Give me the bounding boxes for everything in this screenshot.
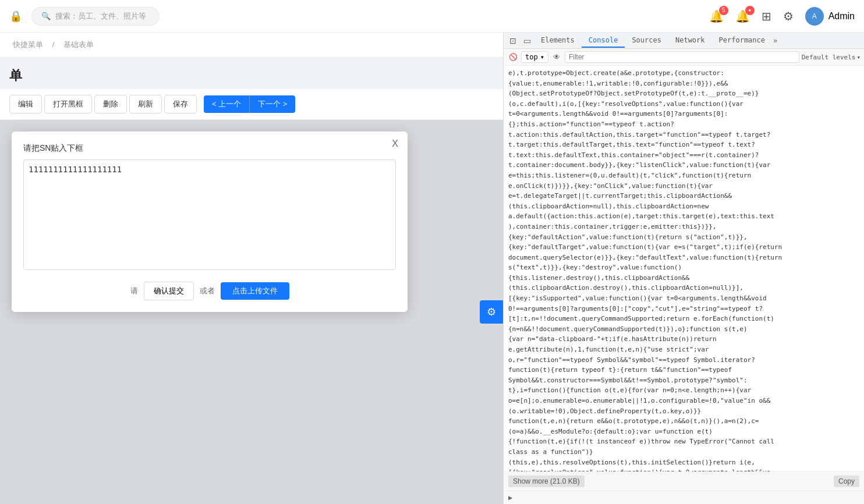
top-nav: 🔒 🔍 搜索：员工、文件、照片等 🔔 5 🔔 ● ⊞ ⚙ A Admin (0, 0, 864, 33)
nav-icons: 🔔 5 🔔 ● ⊞ ⚙ A Admin (709, 7, 855, 26)
copy-button[interactable]: Copy (834, 475, 859, 487)
devtools-panel: ⊡ ▭ Elements Console Sources Network Per… (503, 33, 864, 504)
devtools-inspect-icon[interactable]: ⊡ (506, 34, 520, 48)
devtools-arrow[interactable]: ▶ (504, 491, 864, 504)
search-icon: 🔍 (41, 12, 51, 20)
show-more-button[interactable]: Show more (21.0 KB) (508, 475, 585, 487)
notification-badge: 5 (719, 6, 728, 15)
modal-close-button[interactable]: X (392, 139, 398, 149)
grid-icon[interactable]: ⊞ (762, 9, 771, 23)
search-placeholder: 搜索：员工、文件、照片等 (55, 11, 146, 22)
open-blackbox-button[interactable]: 打开黑框 (44, 95, 92, 113)
modal-overlay: X 请把SN贴入下框 请 确认提交 或者 点击上传文件 (0, 120, 503, 504)
main-layout: 快捷菜单 / 基础表单 单 编辑 打开黑框 删除 刷新 保存 < 上一个 下一个… (0, 33, 864, 504)
alert-badge: ● (745, 6, 755, 15)
breadcrumb-item-1[interactable]: 快捷菜单 (13, 40, 43, 49)
left-content: 快捷菜单 / 基础表单 单 编辑 打开黑框 删除 刷新 保存 < 上一个 下一个… (0, 33, 503, 504)
breadcrumb-separator: / (52, 40, 55, 49)
search-bar[interactable]: 🔍 搜索：员工、文件、照片等 (31, 7, 160, 26)
notification-bell-icon[interactable]: 🔔 5 (709, 9, 724, 23)
console-prohibit-icon[interactable]: 🚫 (507, 51, 519, 63)
confirm-submit-button[interactable]: 确认提交 (144, 282, 194, 300)
modal-title: 请把SN贴入下框 (23, 143, 396, 154)
upload-file-button[interactable]: 点击上传文件 (221, 282, 289, 300)
tab-console[interactable]: Console (582, 34, 625, 48)
devtools-bottom-bar: Show more (21.0 KB) Copy (504, 471, 864, 491)
save-button[interactable]: 保存 (164, 95, 197, 113)
prev-button[interactable]: < 上一个 (204, 95, 250, 113)
refresh-button[interactable]: 刷新 (129, 95, 162, 113)
delete-button[interactable]: 删除 (94, 95, 127, 113)
alert-icon[interactable]: 🔔 ● (735, 9, 750, 23)
toolbar: 编辑 打开黑框 删除 刷新 保存 < 上一个 下一个 > (0, 89, 503, 120)
devtools-toolbar: 🚫 top ▾ 👁 Default levels ▾ (504, 49, 864, 66)
filter-input[interactable] (565, 51, 799, 63)
next-button[interactable]: 下一个 > (250, 95, 295, 113)
tab-sources[interactable]: Sources (625, 34, 668, 48)
modal-footer: 请 确认提交 或者 点击上传文件 (23, 282, 396, 300)
tab-performance[interactable]: Performance (712, 34, 772, 48)
default-levels[interactable]: Default levels ▾ (802, 54, 861, 61)
avatar: A (805, 7, 824, 26)
settings-icon[interactable]: ⚙ (783, 9, 794, 23)
arrow-icon: ▶ (508, 494, 512, 502)
admin-area[interactable]: A Admin (805, 7, 855, 26)
devtools-tabs: ⊡ ▭ Elements Console Sources Network Per… (504, 33, 864, 49)
admin-label: Admin (828, 11, 855, 22)
top-label: top (525, 53, 538, 61)
modal-dialog: X 请把SN贴入下框 请 确认提交 或者 点击上传文件 (12, 132, 408, 312)
tab-elements[interactable]: Elements (534, 34, 582, 48)
top-context-select[interactable]: top ▾ (521, 51, 548, 63)
lock-icon: 🔒 (9, 10, 22, 23)
chevron-down-icon: ▾ (856, 54, 861, 61)
sn-input[interactable] (23, 159, 396, 270)
tab-network[interactable]: Network (668, 34, 712, 48)
devtools-more-tabs[interactable]: » (773, 37, 777, 45)
devtools-device-icon[interactable]: ▭ (520, 34, 534, 48)
eye-icon[interactable]: 👁 (551, 51, 562, 63)
console-output[interactable]: e),t.prototype=Object.create(a&e.prototy… (504, 66, 864, 471)
console-code-block: e),t.prototype=Object.create(a&e.prototy… (508, 68, 859, 471)
page-title: 单 (9, 67, 494, 84)
page-title-bar: 单 (0, 58, 503, 89)
dropdown-chevron-icon: ▾ (540, 53, 544, 61)
modal-footer-text: 请 (130, 286, 138, 296)
edit-button[interactable]: 编辑 (9, 95, 42, 113)
nav-btn-group: < 上一个 下一个 > (204, 95, 295, 113)
settings-float-button[interactable]: ⚙ (480, 300, 503, 324)
breadcrumb-item-2[interactable]: 基础表单 (63, 40, 94, 49)
breadcrumb: 快捷菜单 / 基础表单 (0, 33, 503, 58)
or-text: 或者 (200, 286, 215, 296)
content-area: X 请把SN贴入下框 请 确认提交 或者 点击上传文件 ⚙ (0, 120, 503, 504)
